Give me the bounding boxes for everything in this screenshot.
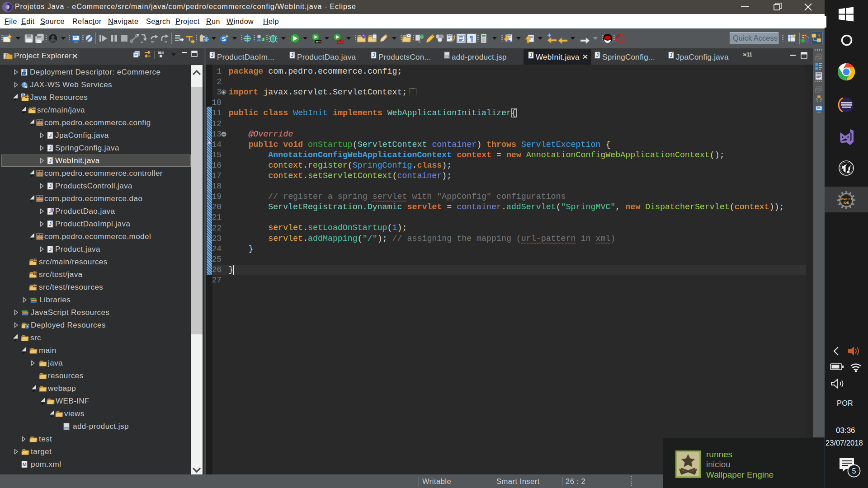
svg-text:J: J [49,145,52,151]
svg-text:3.1: 3.1 [22,72,26,75]
svg-text:J: J [291,52,294,58]
svg-text:I: I [52,208,53,211]
svg-text:J: J [49,247,52,252]
svg-text:JSP: JSP [445,55,449,57]
svg-text:S: S [222,36,226,42]
svg-text:J: J [373,52,375,58]
svg-text:J: J [262,38,264,42]
svg-text:IDE: IDE [844,201,849,205]
svg-text:jsp: jsp [64,427,68,429]
svg-text:J: J [670,52,673,58]
svg-text:J: J [49,221,52,227]
svg-text:¶: ¶ [470,35,474,42]
svg-text:J: J [596,52,599,58]
svg-text:J: J [49,183,52,189]
svg-text:J: J [49,133,52,138]
svg-text:5: 5 [852,467,856,475]
svg-text:J: J [211,52,214,58]
svg-text:J: J [49,158,52,164]
svg-text:C: C [420,35,424,39]
svg-text:M: M [22,462,26,467]
svg-text:J: J [530,52,533,58]
